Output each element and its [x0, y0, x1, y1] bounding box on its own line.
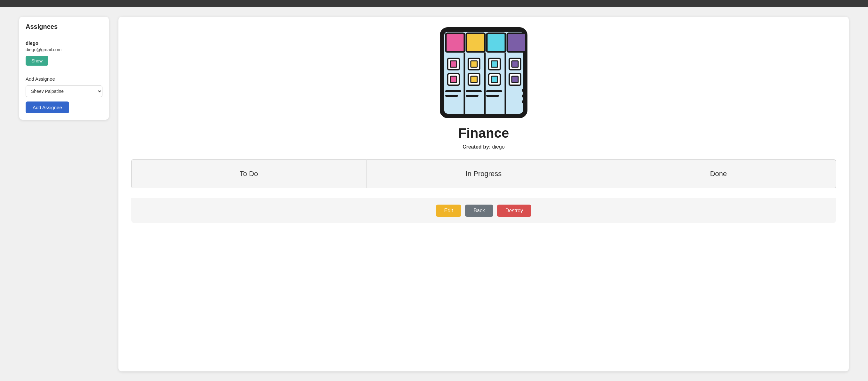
svg-rect-29: [512, 76, 518, 83]
add-assignee-button[interactable]: Add Assignee: [26, 101, 69, 113]
status-label-inprogress: In Progress: [466, 170, 502, 178]
svg-rect-21: [491, 61, 498, 67]
status-label-todo: To Do: [240, 170, 258, 178]
svg-rect-27: [512, 61, 518, 67]
status-columns: To Do In Progress Done: [131, 159, 836, 188]
assignee-email: diego@gmail.com: [26, 47, 102, 52]
status-label-done: Done: [710, 170, 727, 178]
assignee-name: diego: [26, 40, 102, 46]
status-col-done: Done: [601, 159, 836, 188]
created-by-label: Created by:: [463, 144, 491, 149]
show-button[interactable]: Show: [26, 56, 48, 66]
svg-rect-1: [446, 33, 464, 52]
svg-rect-12: [445, 90, 461, 92]
svg-rect-19: [466, 95, 478, 97]
main-layout: Assignees diego diego@gmail.com Show Add…: [0, 7, 868, 381]
svg-rect-3: [487, 33, 505, 52]
assignees-title: Assignees: [26, 23, 102, 35]
svg-rect-2: [466, 33, 485, 52]
svg-rect-4: [507, 33, 526, 52]
add-assignee-section: Add Assignee Sheev Palpatine Add Assigne…: [26, 76, 102, 113]
assignee-info: diego diego@gmail.com Show: [26, 40, 102, 71]
svg-rect-9: [450, 61, 457, 67]
svg-point-31: [522, 94, 525, 98]
svg-rect-17: [471, 76, 477, 83]
status-col-todo: To Do: [131, 159, 367, 188]
created-by-value: diego: [492, 144, 505, 149]
svg-rect-15: [471, 61, 477, 67]
add-assignee-label: Add Assignee: [26, 76, 102, 82]
svg-point-30: [522, 89, 525, 92]
svg-point-32: [522, 100, 525, 104]
back-button[interactable]: Back: [465, 205, 493, 217]
svg-rect-24: [486, 90, 502, 92]
action-bar: Edit Back Destroy: [131, 198, 836, 223]
assignee-select[interactable]: Sheev Palpatine: [26, 86, 102, 97]
status-col-inprogress: In Progress: [367, 159, 601, 188]
svg-rect-25: [486, 95, 499, 97]
assignees-card: Assignees diego diego@gmail.com Show Add…: [19, 17, 109, 120]
edit-button[interactable]: Edit: [436, 205, 462, 217]
svg-rect-23: [491, 76, 498, 83]
project-icon: [439, 26, 528, 119]
top-bar: [0, 0, 868, 7]
project-title: Finance: [458, 125, 509, 141]
destroy-button[interactable]: Destroy: [497, 205, 531, 217]
sidebar: Assignees diego diego@gmail.com Show Add…: [19, 17, 109, 372]
svg-rect-11: [450, 76, 457, 83]
svg-rect-13: [445, 95, 458, 97]
main-content: Finance Created by: diego To Do In Progr…: [118, 17, 849, 372]
svg-rect-18: [466, 90, 482, 92]
project-creator: Created by: diego: [463, 144, 505, 150]
